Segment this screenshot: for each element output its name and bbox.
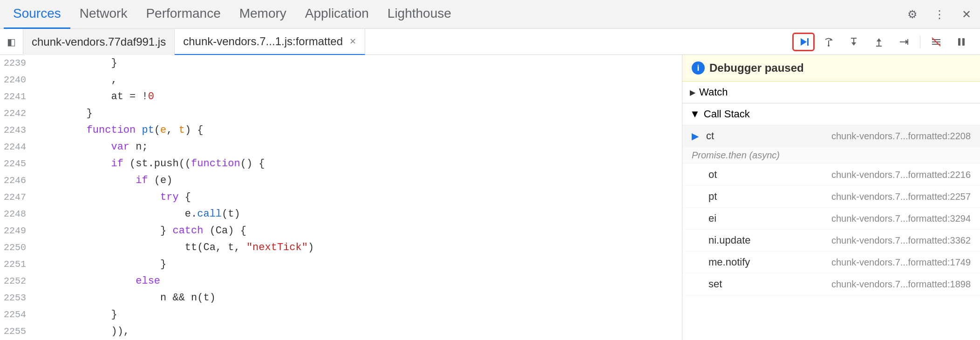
call-stack-header[interactable]: ▼ Call Stack (682, 103, 980, 125)
debug-toolbar (785, 33, 980, 51)
step-into-icon (849, 37, 859, 47)
main-area: 2239 } 2240 , 2241 at = !0 2242 } 22 (0, 55, 980, 340)
call-stack-arrow-icon: ▼ (690, 108, 700, 120)
file-tab-2-label: chunk-vendors.7...1.js:formatted (183, 35, 343, 48)
svg-point-3 (828, 45, 830, 47)
svg-rect-19 (962, 38, 965, 46)
file-tab-1-label: chunk-vendors.77daf991.js (32, 35, 166, 48)
code-line-2246: 2246 if (e) (0, 172, 682, 189)
sidebar-toggle-icon: ◧ (7, 36, 16, 48)
file-tab-bar: ◧ chunk-vendors.77daf991.js chunk-vendor… (0, 29, 980, 55)
svg-rect-18 (958, 38, 960, 46)
file-tab-1[interactable]: chunk-vendors.77daf991.js (23, 29, 175, 55)
more-options-button[interactable]: ⋮ (930, 5, 949, 24)
call-stack-fn-ei: ei (692, 212, 766, 224)
tab-performance[interactable]: Performance (136, 0, 230, 29)
call-stack-fn-ni-update: ni.update (692, 234, 766, 246)
tab-application[interactable]: Application (296, 0, 378, 29)
code-line-2240: 2240 , (0, 72, 682, 88)
debugger-paused-text: Debugger paused (709, 61, 804, 75)
code-line-2249: 2249 } catch (Ca) { (0, 223, 682, 239)
step-icon (899, 37, 909, 47)
deactivate-breakpoints-button[interactable] (925, 33, 947, 51)
watch-arrow-icon: ▶ (690, 88, 695, 97)
sidebar-toggle-button[interactable]: ◧ (0, 29, 23, 55)
call-stack-item-ot[interactable]: ot chunk-vendors.7...formatted:2216 (682, 164, 980, 186)
right-panel: i Debugger paused ▶ Watch ▼ Call Stack ▶… (682, 55, 980, 340)
call-stack-fn-pt: pt (692, 190, 766, 203)
call-stack-item-ni-update[interactable]: ni.update chunk-vendors.7...formatted:33… (682, 230, 980, 252)
info-icon: i (692, 61, 705, 75)
code-line-2253: 2253 n && n(t) (0, 290, 682, 306)
svg-marker-0 (801, 38, 807, 46)
debug-separator-1 (920, 35, 920, 48)
tab-sources[interactable]: Sources (4, 0, 70, 29)
debugger-paused-banner: i Debugger paused (682, 55, 980, 82)
tab-network[interactable]: Network (70, 0, 137, 29)
code-line-2242: 2242 } (0, 105, 682, 122)
tab-bar-actions: ⚙ ⋮ ✕ (903, 5, 976, 24)
call-stack-label: Call Stack (704, 108, 750, 120)
settings-button[interactable]: ⚙ (903, 5, 922, 24)
resume-icon (798, 37, 809, 47)
pause-exceptions-button[interactable] (950, 33, 973, 51)
call-stack-file-ct: chunk-vendors.7...formatted:2208 (831, 131, 971, 142)
code-line-2245: 2245 if (st.push((function() { (0, 156, 682, 172)
call-stack-item-ct[interactable]: ▶ ct chunk-vendors.7...formatted:2208 (682, 125, 980, 147)
async-separator: Promise.then (async) (682, 147, 980, 164)
call-stack-file-me-notify: chunk-vendors.7...formatted:1749 (831, 257, 971, 268)
call-stack-file-ot: chunk-vendors.7...formatted:2216 (831, 170, 971, 180)
close-devtools-button[interactable]: ✕ (957, 5, 976, 24)
code-lines: 2239 } 2240 , 2241 at = !0 2242 } 22 (0, 55, 682, 340)
call-stack-item-set[interactable]: set chunk-vendors.7...formatted:1898 (682, 273, 980, 295)
code-line-2255: 2255 )), (0, 323, 682, 340)
code-line-2239: 2239 } (0, 55, 682, 72)
code-line-2244: 2244 var n; (0, 139, 682, 156)
code-line-2247: 2247 try { (0, 189, 682, 206)
call-stack-section: ▼ Call Stack ▶ ct chunk-vendors.7...form… (682, 103, 980, 340)
step-over-icon (823, 37, 834, 47)
call-stack-file-pt: chunk-vendors.7...formatted:2257 (831, 191, 971, 202)
pause-exceptions-icon (956, 37, 966, 47)
code-line-2252: 2252 else (0, 273, 682, 290)
call-stack-fn-ot: ot (692, 169, 766, 181)
code-line-2248: 2248 e.call(t) (0, 206, 682, 223)
call-stack-file-ni-update: chunk-vendors.7...formatted:3362 (831, 235, 971, 246)
code-panel[interactable]: 2239 } 2240 , 2241 at = !0 2242 } 22 (0, 55, 682, 340)
svg-rect-1 (807, 38, 809, 46)
code-line-2243: 2243 function pt(e, t) { (0, 122, 682, 139)
code-line-2250: 2250 tt(Ca, t, "nextTick") (0, 239, 682, 256)
watch-label: Watch (699, 86, 728, 98)
tab-memory[interactable]: Memory (230, 0, 296, 29)
call-stack-fn-me-notify: me.notify (692, 256, 766, 268)
call-stack-file-ei: chunk-vendors.7...formatted:3294 (831, 213, 971, 224)
call-stack-item-ei[interactable]: ei chunk-vendors.7...formatted:3294 (682, 208, 980, 230)
step-out-icon (874, 37, 884, 47)
main-tab-bar: Sources Network Performance Memory Appli… (0, 0, 980, 29)
code-line-2251: 2251 } (0, 256, 682, 273)
code-line-2254: 2254 } (0, 306, 682, 323)
call-stack-fn-ct: ct (706, 130, 781, 142)
call-stack-item-me-notify[interactable]: me.notify chunk-vendors.7...formatted:17… (682, 252, 980, 273)
call-stack-file-set: chunk-vendors.7...formatted:1898 (831, 279, 971, 290)
svg-marker-6 (851, 42, 856, 46)
step-out-button[interactable] (868, 33, 890, 51)
tab-lighthouse[interactable]: Lighthouse (378, 0, 461, 29)
watch-section-header[interactable]: ▶ Watch (682, 82, 980, 103)
watch-section: ▶ Watch (682, 82, 980, 103)
resume-button[interactable] (792, 33, 815, 51)
file-tab-2[interactable]: chunk-vendors.7...1.js:formatted ✕ (175, 29, 365, 55)
file-tab-2-close[interactable]: ✕ (349, 36, 356, 47)
step-over-button[interactable] (817, 33, 840, 51)
deactivate-icon (931, 37, 941, 47)
current-frame-icon: ▶ (692, 130, 699, 142)
call-stack-fn-set: set (692, 278, 766, 290)
svg-marker-9 (877, 38, 881, 41)
step-into-button[interactable] (843, 33, 865, 51)
call-stack-item-pt[interactable]: pt chunk-vendors.7...formatted:2257 (682, 186, 980, 208)
step-button[interactable] (893, 33, 915, 51)
code-line-2241: 2241 at = !0 (0, 88, 682, 105)
